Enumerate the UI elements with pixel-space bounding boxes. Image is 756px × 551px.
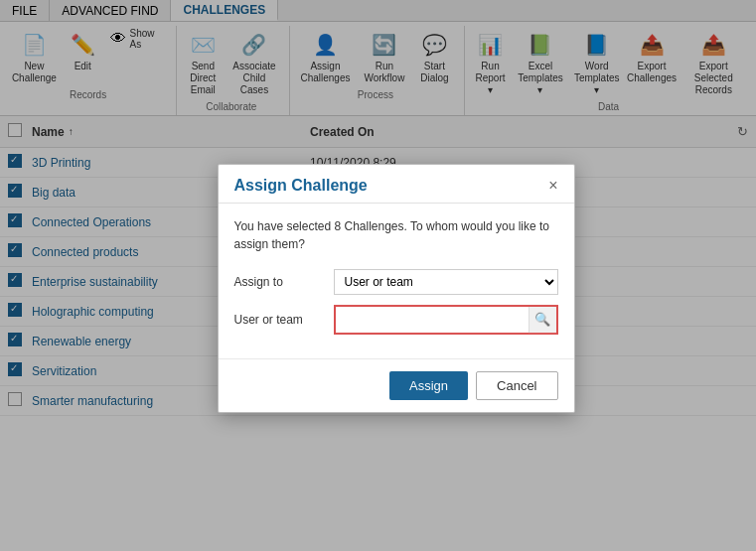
assign-button[interactable]: Assign — [389, 371, 468, 400]
user-or-team-search-wrap: 🔍 — [334, 305, 558, 335]
search-icon: 🔍 — [534, 312, 550, 327]
user-or-team-row: User or team 🔍 — [234, 305, 558, 335]
cancel-button[interactable]: Cancel — [476, 371, 557, 400]
modal-description: You have selected 8 Challenges. To whom … — [234, 217, 558, 253]
assign-challenge-dialog: Assign Challenge × You have selected 8 C… — [218, 164, 575, 413]
user-or-team-search-button[interactable]: 🔍 — [529, 307, 556, 333]
modal-header: Assign Challenge × — [219, 165, 574, 204]
assign-to-select[interactable]: User or team — [334, 269, 558, 295]
assign-to-label: Assign to — [234, 275, 334, 289]
assign-to-input: User or team — [334, 269, 558, 295]
assign-to-row: Assign to User or team — [234, 269, 558, 295]
user-or-team-input-wrap: 🔍 — [334, 305, 558, 335]
modal-body: You have selected 8 Challenges. To whom … — [219, 204, 574, 358]
user-or-team-search-input[interactable] — [336, 309, 529, 331]
modal-title: Assign Challenge — [234, 177, 368, 195]
modal-footer: Assign Cancel — [219, 358, 574, 412]
user-or-team-label: User or team — [234, 313, 334, 327]
modal-close-button[interactable]: × — [548, 178, 557, 194]
